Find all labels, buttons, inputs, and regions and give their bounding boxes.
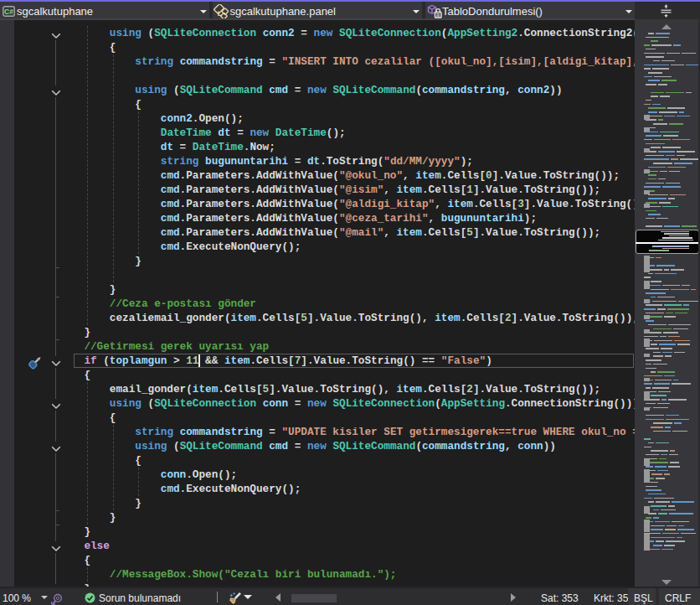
svg-text:C#: C# bbox=[4, 8, 13, 16]
